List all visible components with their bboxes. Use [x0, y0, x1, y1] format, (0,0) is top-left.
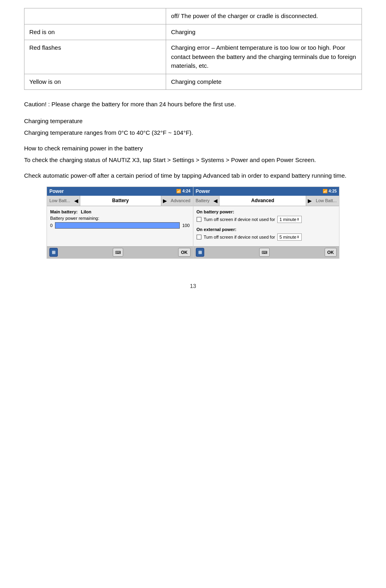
left-tab-right-side: Advanced: [169, 198, 193, 203]
device-screenshot: Power 📶 4:24 Low Batt... ◀ Battery ▶ Adv…: [47, 187, 339, 259]
left-start-button[interactable]: ⊞: [49, 248, 58, 257]
table-cell-col1-off: [24, 8, 166, 24]
left-ok-label: OK: [181, 250, 188, 255]
right-tab-bar[interactable]: Battery ◀ Advanced ▶ Low Batt...: [193, 196, 339, 206]
battery-max-label: 100: [182, 223, 189, 228]
left-title-bar-left: Power: [49, 189, 64, 194]
left-signal-icon: 📶: [176, 189, 181, 193]
table-cell-col1-red-flashes: Red flashes: [24, 40, 166, 74]
right-keyboard-button[interactable]: ⌨: [259, 248, 270, 257]
left-tab-bar[interactable]: Low Batt... ◀ Battery ▶ Advanced: [47, 196, 193, 206]
section-title-check-power: How to check remaining power in the batt…: [24, 144, 362, 153]
battery-power-checkbox[interactable]: [197, 217, 201, 222]
left-ok-button[interactable]: OK: [178, 248, 191, 257]
right-signal-icon: 📶: [323, 189, 327, 193]
section-title-charging-temp: Charging temperature: [24, 116, 362, 126]
main-battery-label: Main battery:: [50, 209, 77, 214]
right-title-bar: Power 📶 4:25: [193, 187, 339, 196]
table-cell-col2-red-on: Charging: [166, 24, 362, 40]
battery-power-row-label: Turn off screen if device not used for: [204, 217, 275, 222]
left-title-label: Power: [49, 189, 64, 194]
main-battery-row: Main battery: LiIon: [50, 209, 190, 214]
battery-bar-outer: [55, 222, 180, 229]
charging-table: off/ The power of the charger or cradle …: [24, 8, 362, 90]
on-battery-power-section: On battery power: Turn off screen if dev…: [197, 209, 336, 223]
battery-bar-row: 0 100: [50, 222, 190, 229]
left-kbd-icon: ⌨: [115, 250, 121, 255]
external-power-checkbox[interactable]: [197, 235, 201, 239]
body-text-charging-temp: Charging temperature ranges from 0°C to …: [24, 128, 362, 138]
table-row-off: off/ The power of the charger or cradle …: [24, 8, 362, 24]
right-tab-left-side: Battery: [193, 198, 212, 203]
battery-spinner-icon[interactable]: ⬍: [297, 217, 300, 221]
right-ok-label: OK: [327, 250, 334, 255]
page-container: off/ The power of the charger or cradle …: [0, 0, 386, 588]
external-spinner-icon[interactable]: ⬍: [297, 235, 300, 239]
table-cell-col1-red-on: Red is on: [24, 24, 166, 40]
right-start-button[interactable]: ⊞: [196, 248, 204, 257]
left-panel-content: Main battery: LiIon Battery power remain…: [47, 206, 193, 246]
table-cell-col2-off: off/ The power of the charger or cradle …: [166, 8, 362, 24]
battery-min-label: 0: [50, 223, 53, 228]
on-external-power-section: On external power: Turn off screen if de…: [197, 227, 336, 241]
page-number: 13: [24, 283, 362, 289]
left-taskbar: ⊞ ⌨ OK: [47, 246, 193, 258]
battery-power-row: Turn off screen if device not used for 1…: [197, 216, 336, 223]
body-text-check-power-1: To check the charging status of NAUTIZ X…: [24, 155, 362, 165]
left-panel: Power 📶 4:24 Low Batt... ◀ Battery ▶ Adv…: [47, 187, 193, 258]
right-title-label: Power: [196, 189, 210, 194]
left-tab-left-arrow[interactable]: ◀: [73, 198, 80, 204]
right-taskbar: ⊞ ⌨ OK: [193, 246, 339, 258]
left-tab-active[interactable]: Battery: [80, 196, 161, 206]
left-keyboard-button[interactable]: ⌨: [113, 248, 123, 257]
main-battery-type: LiIon: [81, 209, 91, 214]
left-tab-right-arrow[interactable]: ▶: [161, 198, 169, 204]
table-cell-col2-red-flashes: Charging error – Ambient temperature is …: [166, 40, 362, 74]
left-time-label: 4:24: [182, 189, 190, 193]
external-power-row-label: Turn off screen if device not used for: [204, 235, 275, 239]
right-start-icon: ⊞: [198, 250, 202, 255]
left-start-icon: ⊞: [52, 250, 55, 255]
table-row-red-flashes: Red flashes Charging error – Ambient tem…: [24, 40, 362, 74]
battery-minute-value: 1 minute: [279, 217, 296, 222]
right-tab-right-arrow[interactable]: ▶: [306, 198, 313, 204]
table-row-yellow-on: Yellow is on Charging complete: [24, 74, 362, 90]
external-minute-value: 5 minute: [279, 235, 296, 239]
left-title-bar-icons: 📶 4:24: [176, 189, 190, 193]
on-external-power-title: On external power:: [197, 227, 336, 232]
right-title-bar-icons: 📶 4:25: [323, 189, 337, 193]
left-title-bar: Power 📶 4:24: [47, 187, 193, 196]
external-power-row: Turn off screen if device not used for 5…: [197, 233, 336, 241]
left-tab-left-side: Low Batt...: [47, 198, 73, 203]
right-panel: Power 📶 4:25 Battery ◀ Advanced ▶ Low Ba…: [193, 187, 339, 258]
right-time-label: 4:25: [329, 189, 337, 193]
body-text-check-power-2: Check automatic power-off after a certai…: [24, 170, 362, 181]
right-tab-left-arrow[interactable]: ◀: [212, 198, 219, 204]
battery-bar-inner: [55, 223, 179, 228]
right-tab-right-side: Low Batt...: [313, 198, 339, 203]
battery-power-label: Battery power remaining:: [50, 216, 190, 221]
table-cell-col2-yellow-on: Charging complete: [166, 74, 362, 90]
external-minute-spinbox[interactable]: 5 minute ⬍: [277, 233, 301, 241]
right-tab-active[interactable]: Advanced: [219, 196, 306, 206]
right-ok-button[interactable]: OK: [325, 248, 337, 257]
battery-minute-spinbox[interactable]: 1 minute ⬍: [277, 216, 301, 223]
caution-text: Caution! : Please charge the battery for…: [24, 99, 362, 109]
right-panel-content: On battery power: Turn off screen if dev…: [193, 206, 339, 246]
right-kbd-icon: ⌨: [262, 250, 267, 255]
table-row-red-on: Red is on Charging: [24, 24, 362, 40]
right-title-bar-left: Power: [196, 189, 210, 194]
on-battery-power-title: On battery power:: [197, 209, 336, 214]
table-cell-col1-yellow-on: Yellow is on: [24, 74, 166, 90]
